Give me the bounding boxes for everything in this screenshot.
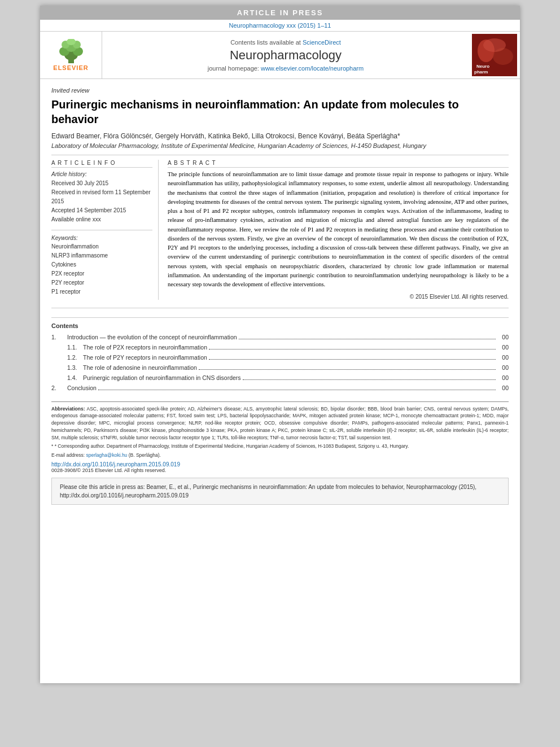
corresponding-label: * Corresponding author. — [55, 443, 106, 449]
affiliation: Laboratory of Molecular Pharmacology, In… — [51, 142, 509, 149]
keywords-label: Keywords: — [51, 235, 152, 241]
item-label-1-1: The role of P2X receptors in neuroinflam… — [83, 343, 207, 353]
copyright: © 2015 Elsevier Ltd. All rights reserved… — [168, 294, 509, 300]
science-direct-link[interactable]: ScienceDirect — [303, 39, 341, 46]
contents-item-1-2: 1.2. The role of P2Y receptors in neuroi… — [51, 353, 509, 363]
journal-info-center: Contents lists available at ScienceDirec… — [102, 32, 469, 78]
history-label: Article history: — [51, 170, 152, 179]
email-address[interactable]: sperlagha@koki.hu — [86, 452, 127, 458]
citation-text: Please cite this article in press as: Be… — [60, 484, 476, 499]
item-num-1-2: 1.2. — [67, 353, 83, 363]
corresponding-author: * * Corresponding author. Department of … — [51, 443, 509, 450]
item-label-1-3: The role of adenosine in neuroinflammati… — [83, 363, 197, 373]
svg-text:Neuro: Neuro — [476, 64, 489, 69]
page-1: 00 — [497, 333, 509, 343]
article-history: Article history: Received 30 July 2015 R… — [51, 170, 152, 224]
contents-item-1-4: 1.4. Purinergic regulation of neuroinfla… — [51, 373, 509, 383]
dots-1 — [239, 339, 496, 339]
dots-1-1 — [209, 349, 496, 350]
item-num-1-4: 1.4. — [67, 373, 83, 383]
keyword-cytokines: Cytokines — [51, 260, 152, 269]
journal-citation: Neuropharmacology xxx (2015) 1–11 — [40, 20, 520, 30]
abstract-column: A B S T R A C T The principle functions … — [168, 160, 509, 300]
keyword-p1: P1 receptor — [51, 287, 152, 296]
item-label-1-2: The role of P2Y receptors in neuroinflam… — [83, 353, 207, 363]
dots-1-3 — [199, 369, 496, 370]
contents-item-2: 2. Conclusion 00 — [51, 383, 509, 394]
keyword-nlrp3: NLRP3 inflammasome — [51, 251, 152, 260]
doi[interactable]: http://dx.doi.org/10.1016/j.neuropharm.2… — [51, 461, 509, 468]
contents-section: Contents 1. Introduction — the evolution… — [51, 317, 509, 393]
keyword-p2x: P2X receptor — [51, 269, 152, 278]
abstract-heading: A B S T R A C T — [168, 160, 509, 168]
item-num-1-1: 1.1. — [67, 343, 83, 353]
homepage-label: journal homepage: — [208, 65, 259, 72]
received-date: Received 30 July 2015 — [51, 179, 152, 188]
science-direct-line: Contents lists available at ScienceDirec… — [230, 39, 341, 46]
abbreviations: Abbreviations: ASC, apoptosis-associated… — [51, 405, 509, 442]
page-1-3: 00 — [497, 363, 509, 373]
divider-2 — [51, 308, 509, 308]
item-label-1: Introduction — the evolution of the conc… — [67, 333, 237, 343]
page-2: 00 — [497, 383, 509, 394]
item-label-2: Conclusion — [67, 383, 97, 394]
item-label-1-4: Purinergic regulation of neuroinflammati… — [83, 373, 241, 383]
available-online: Available online xxx — [51, 215, 152, 224]
article-info-heading: A R T I C L E I N F O — [51, 160, 152, 168]
contents-item-1: 1. Introduction — the evolution of the c… — [51, 333, 509, 343]
elsevier-logo-area: ELSEVIER — [40, 32, 102, 78]
page-1-4: 00 — [497, 373, 509, 383]
journal-title: Neuropharmacology — [230, 48, 342, 63]
abstract-text: The principle functions of neuroinflamma… — [168, 170, 509, 289]
corresponding-text: Department of Pharmacology, Institute of… — [107, 443, 409, 449]
divider-1 — [51, 155, 509, 155]
article-info-column: A R T I C L E I N F O Article history: R… — [51, 160, 159, 300]
dots-1-2 — [209, 359, 496, 360]
article-page: ARTICLE IN PRESS Neuropharmacology xxx (… — [40, 6, 520, 683]
item-num-1-3: 1.3. — [67, 363, 83, 373]
received-revised-date: Received in revised form 11 September 20… — [51, 188, 152, 206]
history-label-text: Article history: — [51, 171, 87, 177]
authors: Edward Beamer, Flóra Gölöncsér, Gergely … — [51, 132, 509, 140]
dots-2 — [98, 390, 496, 390]
contents-available-label: Contents lists available at — [230, 39, 301, 46]
neuro-logo: Neuro pharm — [472, 34, 517, 76]
elsevier-logo: ELSEVIER — [53, 39, 88, 71]
contents-item-1-3: 1.3. The role of adenosine in neuroinfla… — [51, 363, 509, 373]
article-title: Purinergic mechanisms in neuroinflammati… — [51, 97, 509, 126]
page-1-1: 00 — [497, 343, 509, 353]
info-divider — [51, 230, 152, 230]
journal-homepage: journal homepage: www.elsevier.com/locat… — [208, 65, 364, 72]
contents-item-1-1: 1.1. The role of P2X receptors in neuroi… — [51, 343, 509, 353]
main-content: Invited review Purinergic mechanisms in … — [40, 80, 520, 512]
item-num-2: 2. — [51, 383, 67, 394]
footnotes: Abbreviations: ASC, apoptosis-associated… — [51, 401, 509, 473]
email-author: (B. Sperlágha). — [129, 452, 161, 458]
journal-citation-text: Neuropharmacology xxx (2015) 1–11 — [229, 22, 331, 29]
svg-point-11 — [483, 38, 506, 52]
svg-text:pharm: pharm — [474, 69, 488, 75]
neuro-logo-image: Neuro pharm — [472, 34, 517, 76]
issn: 0028-3908/© 2015 Elsevier Ltd. All right… — [51, 468, 509, 473]
neuro-logo-area: Neuro pharm — [469, 32, 520, 78]
abbrev-label: Abbreviations: — [51, 406, 85, 412]
dots-1-4 — [243, 379, 496, 380]
citation-box: Please cite this article in press as: Be… — [51, 478, 509, 505]
article-in-press-banner: ARTICLE IN PRESS — [40, 6, 520, 20]
item-num-1: 1. — [51, 333, 67, 343]
article-type: Invited review — [51, 87, 509, 94]
abbrev-text: ASC, apoptosis-associated speck-like pro… — [51, 406, 509, 440]
article-body: A R T I C L E I N F O Article history: R… — [51, 160, 509, 300]
elsevier-tree-icon — [54, 39, 88, 64]
elsevier-text: ELSEVIER — [53, 64, 88, 71]
keyword-p2y: P2Y receptor — [51, 278, 152, 287]
homepage-link[interactable]: www.elsevier.com/locate/neuropharm — [261, 65, 364, 72]
email-line: E-mail address: sperlagha@koki.hu (B. Sp… — [51, 452, 509, 459]
page-1-2: 00 — [497, 353, 509, 363]
accepted-date: Accepted 14 September 2015 — [51, 206, 152, 215]
keyword-neuroinflammation: Neuroinflammation — [51, 242, 152, 251]
journal-header: ELSEVIER Contents lists available at Sci… — [40, 31, 520, 79]
contents-title: Contents — [51, 322, 509, 329]
email-label: E-mail address: — [51, 452, 85, 458]
banner-text: ARTICLE IN PRESS — [237, 8, 323, 17]
